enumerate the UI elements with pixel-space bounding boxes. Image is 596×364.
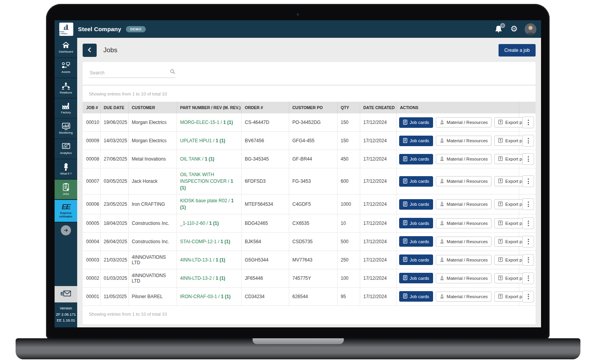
create-job-button[interactable]: Create a job [499, 44, 536, 57]
cell-job-number: 00005 [83, 214, 101, 233]
job-cards-button[interactable]: Job cards [399, 273, 433, 283]
row-menu-button[interactable] [522, 272, 534, 284]
col-qty[interactable]: QTY [338, 102, 360, 113]
material-resources-button[interactable]: Material / Resources [436, 292, 492, 302]
sidebar-item-jobs[interactable]: Jobs [55, 180, 77, 200]
table-row: 00002 01/03/2025 4INNOVATIONS LTD 4INN-L… [83, 269, 536, 288]
part-link[interactable]: _1-110-2-60 / 1 (1) [180, 220, 219, 227]
material-resources-button[interactable]: Material / Resources [436, 218, 492, 228]
cell-qty: 150 [338, 113, 360, 132]
company-logo[interactable]: STEEL COMPANY [59, 23, 73, 36]
col-date-created[interactable]: DATE CREATED [360, 102, 397, 113]
part-link[interactable]: OIL TANK / 1 (1) [180, 156, 214, 163]
material-resources-button[interactable]: Material / Resources [436, 199, 492, 209]
material-resources-button[interactable]: Material / Resources [436, 117, 492, 127]
cell-order-number: BV67456 [242, 132, 289, 150]
cell-qty: 10 [338, 214, 360, 233]
cell-row-menu [519, 150, 537, 168]
main-content: Jobs Create a job [77, 38, 541, 327]
material-resources-icon [440, 156, 444, 162]
sidebar-item-factory[interactable]: Factory [55, 99, 77, 119]
app-screen: STEEL COMPANY Steel Company DEMO 0 [55, 20, 541, 327]
sidebar-item-what-if[interactable]: What if ? [55, 159, 77, 180]
job-cards-button[interactable]: Job cards [399, 154, 433, 164]
sidebar-collapse-button[interactable] [55, 223, 77, 238]
export-icon [498, 257, 503, 263]
sidebar-item-express-estimator[interactable]: EE' Express estimator [55, 200, 77, 223]
part-link[interactable]: STAI-COMP-12-1 / 1 (1) [180, 239, 230, 245]
material-resources-button[interactable]: Material / Resources [436, 176, 492, 186]
sidebar-item-monitoring[interactable]: Monitoring [55, 119, 77, 139]
part-link[interactable]: OIL TANK WITH INSPECTION COVER / 1 (1) [180, 171, 238, 191]
job-cards-button[interactable]: Job cards [399, 176, 433, 187]
job-cards-button[interactable]: Job cards [399, 236, 433, 247]
job-card-icon [403, 257, 407, 263]
notifications-button[interactable]: 0 [494, 25, 503, 34]
col-customer[interactable]: CUSTOMER [129, 102, 177, 113]
version-ee: EE 1.16.01 [55, 317, 76, 323]
col-job[interactable]: JOB # [83, 102, 101, 113]
row-menu-button[interactable] [522, 153, 534, 165]
table-row: 00007 03/05/2025 Jack Horack OIL TANK WI… [83, 168, 536, 194]
part-link[interactable]: 4INN-LTD-13-2 / 1 (1) [180, 275, 225, 282]
material-resources-button[interactable]: Material / Resources [436, 237, 492, 247]
job-cards-button[interactable]: Job cards [399, 117, 433, 128]
job-cards-button[interactable]: Job cards [399, 254, 433, 265]
row-menu-button[interactable] [522, 291, 534, 302]
row-menu-button[interactable] [522, 135, 534, 147]
job-cards-button[interactable]: Job cards [399, 199, 433, 210]
cell-job-number: 00010 [83, 113, 101, 132]
part-link[interactable]: KIOSK base plate R02 / 1 (1) [180, 198, 238, 211]
col-part-number[interactable]: PART NUMBER / REV (M. REV.) [177, 102, 242, 113]
row-menu-button[interactable] [522, 175, 534, 187]
material-resources-button[interactable]: Material / Resources [436, 255, 492, 265]
table-row: 00005 18/04/2025 Constructions Inc. _1-1… [83, 214, 536, 233]
col-due-date[interactable]: DUE DATE [101, 102, 129, 113]
row-menu-button[interactable] [522, 236, 534, 247]
row-menu-button[interactable] [522, 254, 534, 266]
app-title: Steel Company [78, 26, 121, 32]
envelope-icon [60, 290, 72, 299]
machines-icon [61, 62, 71, 69]
part-link[interactable]: MORG-ELEC-15-1 / 1 (1) [180, 119, 233, 126]
part-link[interactable]: UPLATE HPU1 / 1 (1) [180, 138, 225, 144]
jobs-table-card: Showing entries from 1 to 10 of total 10… [83, 86, 536, 324]
page-header: Jobs Create a job [83, 44, 536, 57]
job-cards-button[interactable]: Job cards [399, 291, 433, 302]
cell-due-date: 03/05/2025 [101, 168, 129, 194]
cell-row-menu [519, 251, 537, 269]
cell-part-number: UPLATE HPU1 / 1 (1) [177, 132, 242, 150]
row-menu-button[interactable] [522, 117, 534, 128]
export-icon [498, 294, 503, 299]
settings-gear-icon[interactable]: ⚙ [510, 25, 518, 33]
sidebar-item-analytics[interactable]: Analytics [55, 139, 77, 159]
sidebar-item-dashboard[interactable]: Dashboard [55, 38, 77, 58]
search-input[interactable] [89, 69, 175, 78]
cell-actions: Job cards Material / Resources Export pa… [397, 214, 519, 233]
col-order[interactable]: ORDER # [242, 102, 289, 113]
material-resources-button[interactable]: Material / Resources [436, 154, 492, 164]
cell-actions: Job cards Material / Resources Export pa… [397, 113, 519, 132]
col-customer-po[interactable]: CUSTOMER PO [289, 102, 338, 113]
sidebar-item-relations[interactable]: Relations [55, 78, 77, 99]
back-button[interactable] [83, 44, 97, 57]
part-link[interactable]: IRON-CRAF-03-1 / 1 (1) [180, 293, 230, 300]
export-icon [498, 120, 503, 125]
material-resources-button[interactable]: Material / Resources [436, 136, 492, 146]
cell-date-created: 17/12/2024 [360, 150, 397, 168]
cell-qty: 250 [338, 251, 360, 269]
material-resources-icon [440, 239, 444, 244]
row-menu-button[interactable] [522, 217, 534, 229]
job-card-icon [403, 239, 407, 244]
feedback-button[interactable] [55, 286, 77, 302]
job-cards-button[interactable]: Job cards [399, 218, 433, 228]
row-menu-button[interactable] [522, 198, 534, 210]
sidebar-item-assets[interactable]: Assets [55, 58, 77, 78]
job-cards-button[interactable]: Job cards [399, 136, 433, 146]
user-avatar[interactable] [525, 23, 536, 35]
cell-date-created: 17/12/2024 [360, 214, 397, 233]
material-resources-button[interactable]: Material / Resources [436, 273, 492, 283]
job-card-icon [403, 138, 407, 144]
sidebar-spacer [55, 238, 77, 286]
part-link[interactable]: 4INN-LTD-13-1 / 1 (1) [180, 257, 225, 263]
